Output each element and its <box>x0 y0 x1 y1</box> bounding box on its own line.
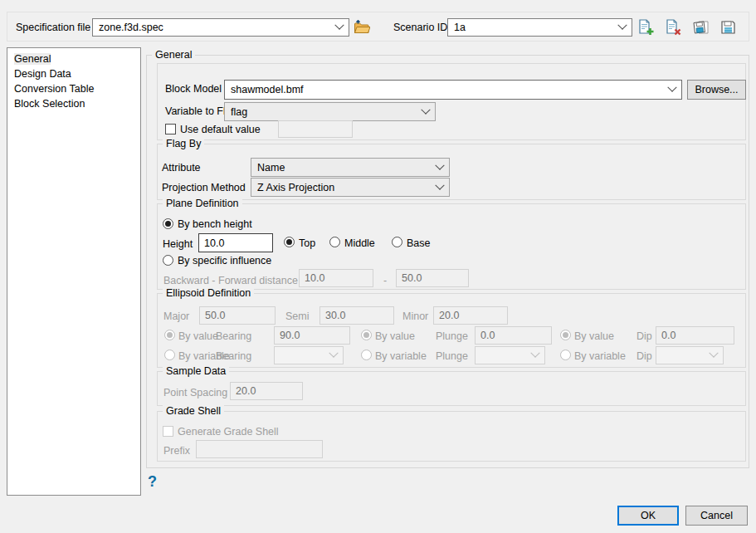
middle-label: Middle <box>344 237 375 249</box>
dip-by-value-label: By value <box>574 330 614 342</box>
base-radio[interactable] <box>392 237 402 247</box>
middle-radio[interactable] <box>329 237 340 247</box>
generate-grade-shell-label: Generate Grade Shell <box>178 426 279 438</box>
sample-data-title: Sample Data <box>163 365 229 377</box>
bearing-label: Bearing <box>216 330 251 342</box>
chevron-down-icon <box>530 349 539 358</box>
top-label: Top <box>299 237 315 249</box>
by-specific-influence-label: By specific influence <box>178 255 271 266</box>
chevron-down-icon <box>334 21 344 30</box>
sidebar-item-block-selection[interactable]: Block Selection <box>7 96 140 111</box>
major-label: Major <box>163 311 189 322</box>
save-scenario-icon[interactable] <box>719 18 737 37</box>
spec-file-value: zone.f3d.spec <box>99 22 333 33</box>
delete-scenario-icon[interactable] <box>664 18 682 37</box>
variable-to-flag-value: flag <box>231 106 419 118</box>
scenario-id-combobox[interactable]: 1a <box>447 18 632 37</box>
use-default-value-label: Use default value <box>180 124 261 135</box>
block-model-value: shawmodel.bmf <box>231 84 666 95</box>
semi-input <box>319 306 394 325</box>
range-separator: - <box>383 275 387 286</box>
plunge-by-variable-radio <box>361 350 372 360</box>
help-icon[interactable]: ? <box>148 473 157 491</box>
general-group-title: General <box>152 49 195 61</box>
topbar: Specification file zone.f3d.spec Scenari… <box>7 12 749 42</box>
spec-file-label: Specification file <box>16 22 90 33</box>
plunge-variable-caption: Plunge <box>436 350 468 362</box>
dip-variable-dropdown <box>656 346 724 364</box>
generate-grade-shell-checkbox <box>163 426 173 437</box>
scenario-id-value: 1a <box>454 22 616 33</box>
page-list: General Design Data Conversion Table Blo… <box>7 47 141 496</box>
add-scenario-icon[interactable] <box>637 18 655 37</box>
plunge-by-variable-label: By variable <box>375 350 427 362</box>
plunge-by-value-label: By value <box>375 330 415 342</box>
prefix-label: Prefix <box>163 445 190 457</box>
height-input[interactable] <box>198 233 273 252</box>
grade-shell-title: Grade Shell <box>163 405 224 417</box>
sidebar-item-conversion-table[interactable]: Conversion Table <box>7 81 140 96</box>
block-model-panel: Block Model shawmodel.bmf Browse... Vari… <box>157 63 746 140</box>
projection-method-value: Z Axis Projection <box>257 182 433 193</box>
plunge-label: Plunge <box>436 330 468 342</box>
plunge-by-value-radio <box>361 330 372 340</box>
by-bench-height-radio[interactable] <box>163 218 173 229</box>
prefix-input <box>196 440 323 458</box>
plunge-value-input <box>475 326 552 345</box>
plane-definition-group: Plane Definition By bench height Height … <box>157 203 746 290</box>
spec-file-combobox[interactable]: zone.f3d.spec <box>92 18 349 37</box>
chevron-down-icon <box>617 21 627 30</box>
major-input <box>199 306 276 325</box>
by-specific-influence-radio[interactable] <box>163 255 173 266</box>
semi-label: Semi <box>285 311 309 322</box>
flag-by-zone-dialog: Specification file zone.f3d.spec Scenari… <box>0 0 756 533</box>
chevron-down-icon <box>667 83 676 92</box>
ellipsoid-definition-group: Ellipsoid Definition Major Semi Minor By… <box>157 293 746 368</box>
grade-shell-group: Grade Shell Generate Grade Shell Prefix <box>157 411 746 462</box>
sidebar-item-design-data[interactable]: Design Data <box>7 66 140 81</box>
plunge-variable-dropdown <box>475 346 545 364</box>
browse-button[interactable]: Browse... <box>687 80 746 100</box>
cancel-button[interactable]: Cancel <box>685 506 748 526</box>
base-label: Base <box>407 237 431 249</box>
bearing-variable-caption: Bearing <box>216 350 251 362</box>
ok-button[interactable]: OK <box>617 506 679 526</box>
save-as-scenario-icon[interactable] <box>691 18 710 37</box>
backward-forward-label: Backward - Forward distance <box>163 275 298 286</box>
height-label: Height <box>163 238 193 250</box>
backward-distance-input <box>299 269 373 287</box>
dip-by-variable-label: By variable <box>574 350 626 362</box>
attribute-value: Name <box>257 162 433 174</box>
sample-data-group: Sample Data Point Spacing <box>157 371 746 406</box>
sidebar-item-general[interactable]: General <box>7 51 140 66</box>
variable-to-flag-dropdown[interactable]: flag <box>224 102 436 121</box>
plane-definition-title: Plane Definition <box>163 198 242 209</box>
attribute-label: Attribute <box>162 162 201 174</box>
ellipsoid-definition-title: Ellipsoid Definition <box>163 287 254 299</box>
flag-by-group: Flag By Attribute Name Projection Method… <box>157 144 746 200</box>
dip-value-input <box>656 326 734 345</box>
attribute-dropdown[interactable]: Name <box>251 158 450 177</box>
bearing-by-value-radio <box>164 330 175 340</box>
projection-method-dropdown[interactable]: Z Axis Projection <box>251 178 450 197</box>
bearing-variable-dropdown <box>274 346 344 364</box>
dip-variable-caption: Dip <box>637 350 652 362</box>
by-bench-height-label: By bench height <box>178 218 252 230</box>
use-default-value-checkbox[interactable] <box>165 124 176 134</box>
point-spacing-label: Point Spacing <box>163 387 227 399</box>
block-model-combobox[interactable]: shawmodel.bmf <box>224 80 682 100</box>
chevron-down-icon <box>329 349 338 358</box>
general-group: General Block Model shawmodel.bmf Browse… <box>146 55 749 468</box>
dip-by-variable-radio <box>560 350 571 360</box>
chevron-down-icon <box>435 160 444 169</box>
minor-label: Minor <box>402 311 428 322</box>
chevron-down-icon <box>709 349 718 358</box>
top-radio[interactable] <box>284 237 295 247</box>
scenario-id-label: Scenario ID <box>393 22 447 33</box>
bearing-by-value-label: By value <box>178 330 218 342</box>
dip-by-value-radio <box>560 330 571 340</box>
open-folder-icon[interactable] <box>353 17 371 36</box>
projection-method-label: Projection Method <box>162 182 246 193</box>
block-model-label: Block Model <box>165 83 222 95</box>
dip-label: Dip <box>637 330 652 342</box>
